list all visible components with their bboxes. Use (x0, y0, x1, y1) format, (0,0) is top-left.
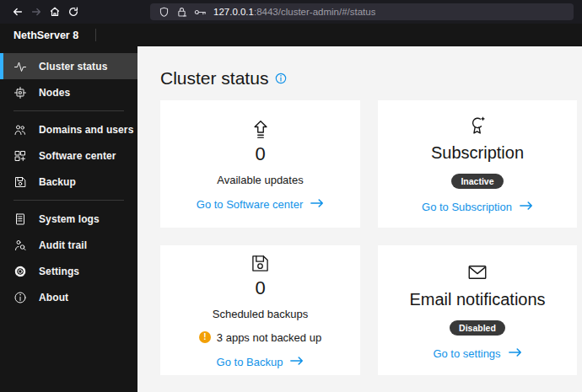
sidebar-item-label: Nodes (39, 87, 70, 99)
gear-icon (13, 265, 27, 278)
link-label: Go to Backup (217, 356, 283, 368)
save-icon (13, 175, 27, 189)
shield-icon[interactable] (159, 7, 170, 18)
go-to-backup-link[interactable]: Go to Backup (217, 356, 304, 368)
home-button[interactable] (46, 3, 64, 21)
info-icon[interactable] (275, 72, 287, 84)
scheduled-backups-count: 0 (255, 277, 265, 299)
backup-warning: ! 3 apps not backed up (199, 331, 321, 344)
url-host: 127.0.0.1 (213, 7, 254, 17)
url-text[interactable]: 127.0.0.1:8443/cluster-admin/#/status (213, 7, 375, 17)
sidebar-nav: Cluster status Nodes Domains and users S… (0, 46, 137, 392)
go-to-software-center-link[interactable]: Go to Software center (197, 198, 324, 211)
sidebar-item-domains-and-users[interactable]: Domains and users (0, 116, 137, 142)
sidebar-divider (13, 200, 124, 201)
app-header: NethServer 8 (0, 24, 582, 46)
sidebar-item-system-logs[interactable]: System logs (0, 206, 137, 232)
email-notifications-title: Email notifications (409, 290, 545, 309)
sidebar-item-software-center[interactable]: Software center (0, 142, 137, 169)
sidebar-item-label: Settings (39, 266, 79, 277)
sidebar-item-label: Software center (39, 150, 116, 162)
sidebar-item-label: About (39, 292, 68, 303)
link-label: Go to Software center (197, 198, 303, 211)
header-divider (95, 29, 96, 41)
available-updates-label: Available updates (217, 174, 303, 186)
save-icon (250, 253, 271, 274)
sidebar-item-nodes[interactable]: Nodes (0, 79, 137, 105)
warning-text: 3 apps not backed up (217, 331, 321, 344)
sidebar-item-label: Domains and users (39, 124, 133, 136)
scheduled-backups-label: Scheduled backups (213, 308, 308, 320)
sidebar-item-backup[interactable]: Backup (0, 169, 137, 195)
catalog-icon (13, 212, 27, 226)
sidebar-item-label: Backup (39, 176, 76, 188)
home-icon (49, 6, 61, 18)
refresh-icon (67, 6, 79, 18)
sidebar-item-label: Audit trail (39, 239, 87, 251)
audit-icon (13, 239, 27, 252)
back-icon (12, 6, 24, 18)
available-updates-card: 0 Available updates Go to Software cente… (160, 100, 360, 228)
forward-icon (30, 6, 42, 18)
go-to-subscription-link[interactable]: Go to Subscription (422, 201, 533, 213)
badge-star-icon (466, 115, 488, 137)
sidebar-item-label: System logs (39, 213, 100, 225)
sidebar-divider (13, 110, 124, 111)
forward-button[interactable] (27, 3, 46, 21)
arrow-right-icon (290, 356, 304, 368)
url-path: :8443/cluster-admin/#/status (254, 7, 375, 17)
back-button[interactable] (8, 3, 27, 21)
warning-icon: ! (199, 331, 211, 343)
sidebar-item-settings[interactable]: Settings (0, 258, 137, 284)
email-icon (466, 261, 488, 283)
arrow-right-icon (520, 201, 533, 213)
browser-toolbar: 127.0.0.1:8443/cluster-admin/#/status (0, 0, 582, 24)
arrow-right-icon (310, 198, 324, 211)
link-label: Go to Subscription (422, 201, 512, 213)
link-label: Go to settings (433, 347, 500, 360)
email-status-badge: Disabled (450, 320, 505, 336)
activity-icon (13, 60, 27, 73)
info-icon (13, 291, 27, 304)
refresh-button[interactable] (64, 3, 83, 21)
arrow-right-icon (509, 347, 522, 360)
sidebar-item-audit-trail[interactable]: Audit trail (0, 232, 137, 258)
subscription-title: Subscription (431, 143, 524, 163)
email-notifications-card: Email notifications Disabled Go to setti… (378, 245, 577, 375)
sidebar-item-label: Cluster status (39, 61, 107, 72)
main-content: Cluster status 0 Available updates Go to… (137, 46, 582, 392)
lock-warning-icon[interactable] (176, 7, 187, 18)
users-icon (13, 123, 27, 137)
url-bar[interactable]: 127.0.0.1:8443/cluster-admin/#/status (150, 3, 574, 20)
brand-title[interactable]: NethServer 8 (0, 30, 95, 41)
chip-icon (13, 86, 27, 99)
subscription-status-badge: Inactive (451, 174, 503, 189)
sidebar-item-cluster-status[interactable]: Cluster status (0, 53, 137, 79)
sidebar-item-about[interactable]: About (0, 284, 137, 310)
available-updates-count: 0 (255, 143, 265, 165)
status-cards-grid: 0 Available updates Go to Software cente… (160, 100, 582, 375)
subscription-card: Subscription Inactive Go to Subscription (378, 100, 577, 228)
key-icon[interactable] (194, 7, 207, 18)
upgrade-icon (250, 118, 272, 140)
go-to-settings-link[interactable]: Go to settings (433, 347, 521, 360)
software-center-icon (13, 149, 27, 163)
page-title: Cluster status (160, 68, 268, 89)
scheduled-backups-card: 0 Scheduled backups ! 3 apps not backed … (160, 245, 360, 375)
